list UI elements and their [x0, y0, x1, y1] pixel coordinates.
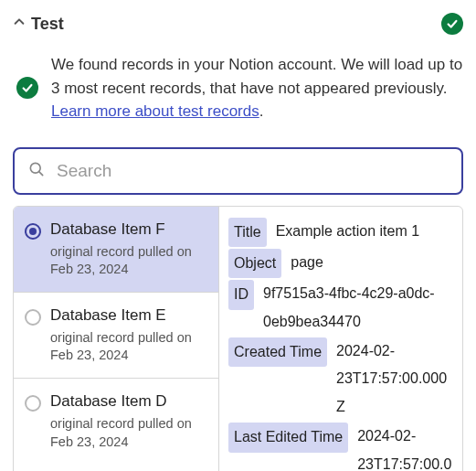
record-item[interactable]: Database Item E original record pulled o…: [14, 293, 218, 379]
success-check-icon: [441, 13, 463, 35]
svg-line-1: [39, 171, 43, 175]
results-panel: Database Item F original record pulled o…: [13, 206, 463, 472]
detail-val-edited: 2024-02-23T17:57:00.000Z: [357, 423, 453, 471]
radio-icon: [25, 223, 41, 240]
section-header: Test: [9, 9, 467, 46]
record-title: Database Item F: [50, 219, 209, 240]
detail-val-id: 9f7515a3-4fbc-4c29-a0dc-0eb9bea34470: [263, 280, 453, 336]
info-text: We found records in your Notion account.…: [51, 53, 463, 123]
record-title: Database Item D: [50, 391, 209, 412]
detail-key-edited: Last Edited Time: [228, 423, 348, 452]
detail-val-object: page: [291, 249, 453, 276]
detail-key-object: Object: [228, 249, 281, 278]
record-list: Database Item F original record pulled o…: [14, 207, 219, 472]
record-item[interactable]: Database Item D original record pulled o…: [14, 379, 218, 464]
success-check-icon: [16, 77, 38, 99]
detail-val-created: 2024-02-23T17:57:00.000Z: [336, 337, 453, 421]
record-subtitle: original record pulled on Feb 23, 2024: [50, 243, 209, 279]
search-box[interactable]: [13, 147, 463, 195]
info-banner: We found records in your Notion account.…: [9, 46, 467, 138]
detail-key-title: Title: [228, 218, 267, 247]
record-details: Title Example action item 1 Object page …: [219, 207, 462, 472]
radio-icon: [25, 309, 41, 326]
record-subtitle: original record pulled on Feb 23, 2024: [50, 329, 209, 365]
record-subtitle: original record pulled on Feb 23, 2024: [50, 415, 209, 451]
learn-more-link[interactable]: Learn more about test records: [51, 102, 259, 120]
record-item[interactable]: Database Item F original record pulled o…: [14, 207, 218, 293]
detail-key-created: Created Time: [228, 337, 327, 367]
search-input[interactable]: [55, 160, 449, 182]
search-icon: [27, 160, 46, 182]
detail-key-id: ID: [228, 280, 254, 309]
section-title: Test: [31, 15, 64, 34]
detail-val-title: Example action item 1: [276, 218, 453, 245]
record-title: Database Item E: [50, 305, 209, 326]
radio-icon: [25, 395, 41, 412]
chevron-up-icon[interactable]: [13, 16, 26, 32]
